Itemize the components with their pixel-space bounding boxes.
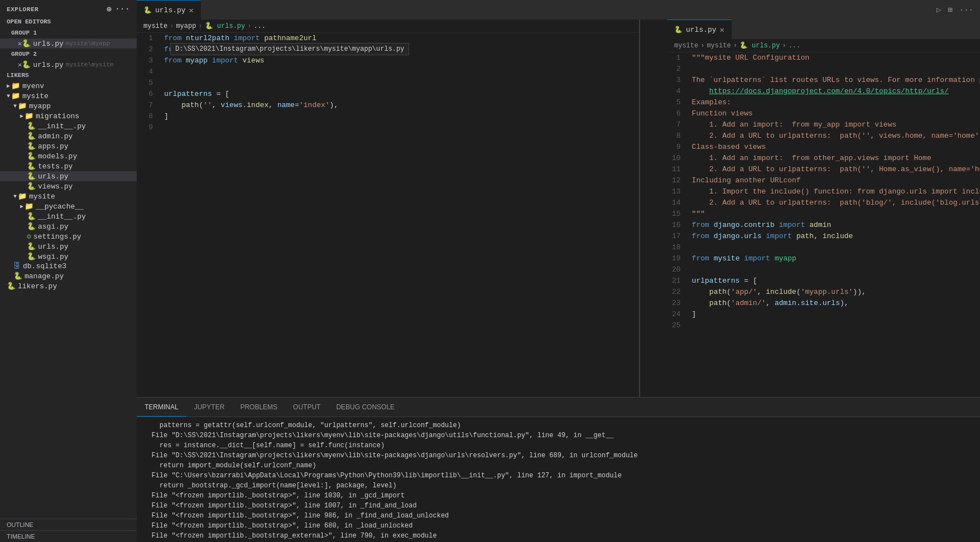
tree-item-manage[interactable]: 🐍 manage.py — [0, 271, 137, 281]
terminal-line: patterns = getattr(self.urlconf_module, … — [143, 420, 973, 430]
py-icon: 🐍 — [27, 142, 36, 151]
line-row: 24 ] — [667, 309, 980, 320]
tree-item-urls-mysite[interactable]: 🐍 urls.py — [0, 241, 137, 251]
line-row: 12 Including another URLconf — [667, 175, 980, 186]
line-row: 14 2. Add a URL to urlpatterns: path('bl… — [667, 197, 980, 209]
tab-actions: ▷ ⊞ ··· — [934, 0, 980, 20]
right-code-content[interactable]: 1 """mysite URL Configuration 2 3 The `u… — [667, 52, 980, 397]
tree-item-db[interactable]: 🗄 db.sqlite3 — [0, 262, 137, 271]
line-row: 15 """ — [667, 209, 980, 220]
terminal-line: File "D:\SS\2021\Instagram\projects\like… — [143, 451, 973, 461]
new-file-icon[interactable]: ⊕ — [107, 4, 112, 14]
open-editors-section: OPEN EDITORS — [0, 16, 137, 27]
line-row: 13 1. Import the include() function: fro… — [667, 186, 980, 197]
tree-item-apps[interactable]: 🐍 apps.py — [0, 141, 137, 151]
likers-section: LIKERS — [0, 70, 137, 81]
tab-close-icon[interactable]: ✕ — [189, 6, 194, 15]
terminal-tabs: TERMINAL JUPYTER PROBLEMS OUTPUT DEBUG C… — [137, 398, 980, 417]
sidebar-title: EXPLORER ⊕ ··· — [0, 0, 137, 16]
outline-section[interactable]: OUTLINE — [0, 519, 137, 530]
line-row: 7 path('', views.index, name='index'), — [137, 100, 639, 111]
db-icon: 🗄 — [13, 262, 21, 270]
folder-arrow-icon: ▼ — [13, 103, 17, 109]
tree-item-mysite[interactable]: ▼ 📁 mysite — [0, 91, 137, 101]
tree-item-myapp[interactable]: ▼ 📁 myapp — [0, 101, 137, 111]
open-editor-item-mysite-urls[interactable]: ✕ 🐍 urls.py mysite\mysite — [0, 60, 137, 70]
py-icon: 🐍 — [27, 162, 36, 171]
terminal-tab-debug-console[interactable]: DEBUG CONSOLE — [328, 398, 402, 417]
terminal-line: return _bootstrap._gcd_import(name[level… — [143, 481, 973, 491]
tree-item-myenv[interactable]: ▶ 📁 myenv — [0, 81, 137, 91]
tab-bar: 🐍 urls.py ✕ ▷ ⊞ ··· — [137, 0, 980, 20]
line-row: 7 1. Add an import: from my_app import v… — [667, 119, 980, 130]
tree-item-views[interactable]: 🐍 views.py — [0, 181, 137, 191]
py-icon: 🐍 — [27, 182, 36, 191]
terminal-line: File "<frozen importlib._bootstrap>", li… — [143, 491, 973, 501]
tree-item-urls-myapp[interactable]: 🐍 urls.py — [0, 171, 137, 181]
tree-item-pycache[interactable]: ▶ 📁 __pycache__ — [0, 201, 137, 211]
open-editor-item-myapp-urls[interactable]: ✕ 🐍 urls.py mysite\myapp — [0, 38, 137, 49]
tree-item-asgi[interactable]: 🐍 asgi.py — [0, 221, 137, 231]
py-icon: 🐍 — [27, 252, 36, 261]
terminal-line: return import_module(self.urlconf_name) — [143, 461, 973, 471]
py-icon: 🐍 — [27, 242, 36, 251]
line-row: 25 — [667, 320, 980, 331]
tree-item-models[interactable]: 🐍 models.py — [0, 151, 137, 161]
terminal-tab-output[interactable]: OUTPUT — [285, 398, 328, 417]
py-icon: 🐍 — [22, 60, 31, 69]
tab-urls-mysite[interactable]: 🐍 urls.py ✕ — [667, 20, 732, 39]
left-code-content[interactable]: D:\SS\2021\Instagram\projects\likers\mys… — [137, 33, 639, 397]
line-row: 5 Examples: — [667, 97, 980, 108]
line-row: 11 2. Add a URL to urlpatterns: path('',… — [667, 164, 980, 175]
tree-item-tests[interactable]: 🐍 tests.py — [0, 161, 137, 171]
tree-item-mysite-inner[interactable]: ▼ 📁 mysite — [0, 191, 137, 201]
folder-icon: 📁 — [25, 112, 33, 120]
py-icon: 🐍 — [27, 212, 36, 221]
tree-item-admin[interactable]: 🐍 admin.py — [0, 131, 137, 141]
timeline-section[interactable]: TIMELINE — [0, 530, 137, 542]
tree-item-migrations[interactable]: ▶ 📁 migrations — [0, 111, 137, 121]
tree-item-wsgi[interactable]: 🐍 wsgi.py — [0, 251, 137, 262]
tree-item-likers[interactable]: 🐍 likers.py — [0, 281, 137, 291]
line-row: 1 from nturl2path import pathname2url — [137, 33, 639, 44]
tree-item-settings[interactable]: ⚙ settings.py — [0, 231, 137, 241]
terminal-line: File "<frozen importlib._bootstrap>", li… — [143, 511, 973, 521]
right-pane: 🐍 urls.py ✕ mysite › mysite › 🐍 urls.py … — [667, 20, 980, 397]
sidebar: EXPLORER ⊕ ··· OPEN EDITORS GROUP 1 ✕ 🐍 … — [0, 0, 137, 542]
editor-area: 🐍 urls.py ✕ ▷ ⊞ ··· mysite › myapp › 🐍 u… — [137, 0, 980, 542]
split-editor-icon[interactable]: ⊞ — [945, 5, 954, 14]
more-actions-icon[interactable]: ··· — [957, 6, 976, 14]
more-icon[interactable]: ··· — [115, 4, 130, 14]
terminal-tab-problems[interactable]: PROBLEMS — [232, 398, 285, 417]
close-icon[interactable]: ✕ — [18, 40, 22, 48]
terminal-tab-jupyter[interactable]: JUPYTER — [186, 398, 233, 417]
terminal-content[interactable]: patterns = getattr(self.urlconf_module, … — [137, 417, 980, 542]
line-row: 4 https://docs.djangoproject.com/en/4.0/… — [667, 86, 980, 97]
line-row: 2 — [667, 64, 980, 75]
gear-icon: ⚙ — [27, 232, 31, 241]
folder-arrow-icon: ▶ — [7, 83, 10, 89]
tab-close-right-icon[interactable]: ✕ — [720, 25, 724, 35]
terminal-tab-terminal[interactable]: TERMINAL — [137, 398, 186, 417]
line-row: 6 urlpatterns = [ — [137, 89, 639, 100]
tree-item-init2[interactable]: 🐍 __init__.py — [0, 211, 137, 221]
close-icon[interactable]: ✕ — [18, 61, 22, 69]
left-breadcrumb: mysite › myapp › 🐍 urls.py › ... — [137, 20, 639, 33]
run-icon[interactable]: ▷ — [934, 5, 943, 14]
line-row: 1 """mysite URL Configuration — [667, 52, 980, 64]
py-icon: 🐍 — [27, 222, 36, 231]
line-row: 6 Function views — [667, 108, 980, 119]
py-icon: 🐍 — [27, 152, 36, 161]
line-row: 3 from myapp import views — [137, 55, 639, 66]
py-icon: 🐍 — [27, 172, 36, 181]
line-row: 16 from django.contrib import admin — [667, 220, 980, 231]
tab-urls-myapp[interactable]: 🐍 urls.py ✕ — [137, 0, 201, 20]
folder-icon: 📁 — [18, 101, 27, 110]
sidebar-title-icons: ⊕ ··· — [107, 4, 130, 14]
tree-item-init1[interactable]: 🐍 __init__.py — [0, 121, 137, 131]
group2-label: GROUP 2 — [0, 49, 137, 60]
folder-icon: 📁 — [18, 192, 27, 201]
line-row: 20 — [667, 264, 980, 275]
folder-arrow-icon: ▼ — [7, 93, 10, 99]
py-tab-icon: 🐍 — [674, 26, 683, 34]
